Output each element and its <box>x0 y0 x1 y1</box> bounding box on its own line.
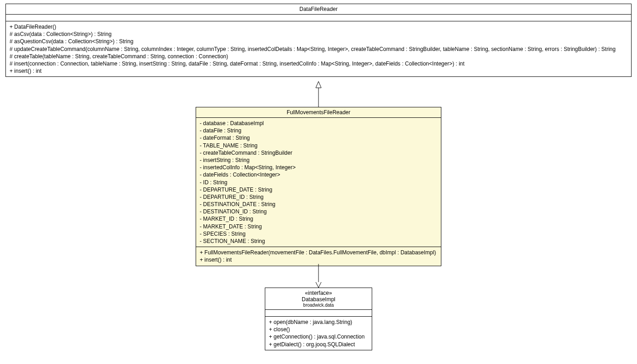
class-name-text: DataFileReader <box>299 6 338 11</box>
class-title: DataFileReader <box>6 4 631 11</box>
class-datafilereader: DataFileReader + DataFileReader() # asCs… <box>5 4 632 11</box>
